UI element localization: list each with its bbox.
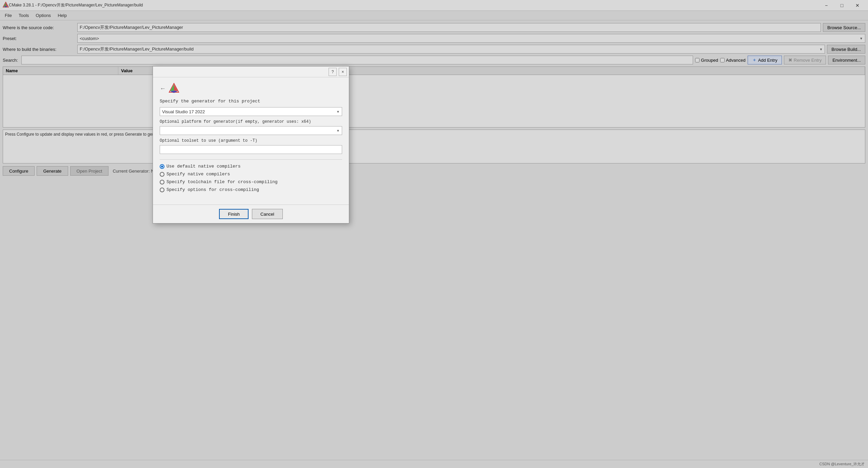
radio-toolchain-circle [160,180,164,184]
generator-dropdown-arrow: ▼ [336,110,340,114]
radio-default-circle [160,164,164,169]
toolset-input[interactable] [160,145,342,154]
generator-dialog: ? × ← Specify the generator for this pro… [153,66,349,223]
radio-native-label: Specify native compilers [166,172,230,177]
radio-cross-compiling[interactable]: Specify options for cross-compiling [160,187,342,192]
radio-toolchain-file[interactable]: Specify toolchain file for cross-compili… [160,179,342,184]
dialog-titlebar: ? × [153,66,349,77]
radio-cross-circle [160,188,164,192]
generator-dropdown[interactable]: Visual Studio 17 2022 ▼ [160,107,342,116]
svg-marker-5 [170,84,174,91]
finish-button[interactable]: Finish [219,209,249,219]
toolset-label: Optional toolset to use (argument to -T) [160,138,342,143]
platform-label: Optional platform for generator(if empty… [160,119,342,124]
dialog-footer: Finish Cancel [153,204,349,223]
svg-marker-6 [174,84,178,91]
dialog-subtitle: Specify the generator for this project [160,99,342,104]
generator-dropdown-value: Visual Studio 17 2022 [162,109,205,114]
radio-cross-label: Specify options for cross-compiling [166,187,259,192]
radio-native-circle [160,172,164,177]
cmake-dialog-logo [169,83,179,95]
dialog-back-button[interactable]: ← [160,85,166,92]
cancel-button[interactable]: Cancel [252,209,282,219]
dialog-close-button[interactable]: × [339,68,347,76]
dialog-body: ← Specify the generator for this project… [153,77,349,204]
radio-native-compilers[interactable]: Specify native compilers [160,172,342,177]
dialog-nav: ← [160,83,342,95]
compiler-radio-group: Use default native compilers Specify nat… [160,164,342,192]
dialog-separator [160,159,342,160]
radio-toolchain-label: Specify toolchain file for cross-compili… [166,179,278,184]
dialog-help-button[interactable]: ? [329,68,337,76]
platform-dropdown-arrow: ▼ [336,129,340,133]
radio-default-compilers[interactable]: Use default native compilers [160,164,342,169]
overlay-backdrop [0,0,868,468]
platform-dropdown[interactable]: ▼ [160,126,342,135]
radio-default-label: Use default native compilers [166,164,240,169]
